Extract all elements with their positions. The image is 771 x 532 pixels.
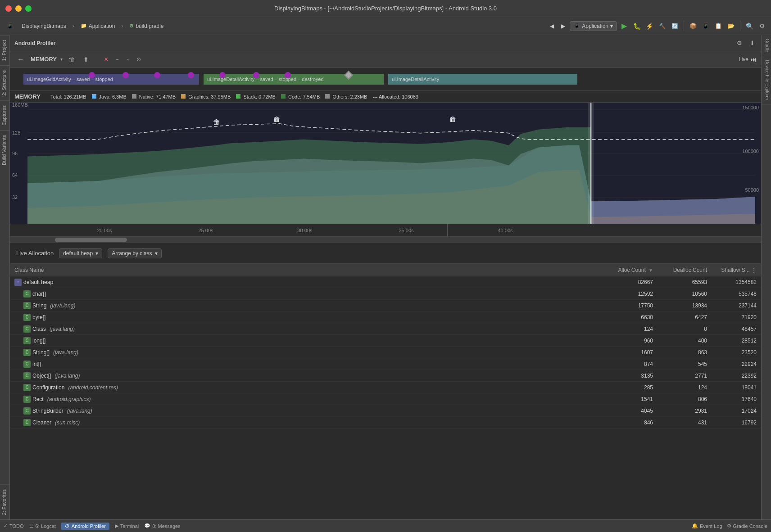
table-row[interactable]: C long[] 960 400 28512 xyxy=(10,335,761,347)
arrange-dropdown[interactable]: Arrange by class ▾ xyxy=(108,248,161,258)
allocation-table[interactable]: ≡ default heap 82667 65593 1354582 C cha… xyxy=(10,276,761,519)
col-header-dealloc[interactable]: Dealloc Count xyxy=(653,267,707,273)
debug-button[interactable]: 🐛 xyxy=(631,21,642,32)
sdk-manager[interactable]: 📦 xyxy=(688,21,698,32)
row-dealloc-count: 400 xyxy=(653,338,707,344)
right-tab-gradle[interactable]: Gradle xyxy=(762,35,771,56)
table-row[interactable]: C Configuration (android.content.res) 28… xyxy=(10,382,761,393)
nav-back[interactable]: ◀ xyxy=(547,22,557,30)
table-row[interactable]: C Object[] (java.lang) 3135 2771 22392 xyxy=(10,370,761,382)
table-header: Class Name Alloc Count ▼ Dealloc Count S… xyxy=(10,264,761,276)
heap-dropdown-arrow: ▾ xyxy=(95,250,98,257)
package-name: (java.lang) xyxy=(53,349,78,356)
table-row[interactable]: C Class (java.lang) 124 0 48457 xyxy=(10,323,761,335)
stat-code-color: Code: 7.54MB xyxy=(281,94,320,99)
sidebar-item-build-variants[interactable]: Build Variants xyxy=(0,130,9,170)
col-header-alloc[interactable]: Alloc Count ▼ xyxy=(603,267,653,273)
app-config-dropdown[interactable]: 📱 Application ▾ xyxy=(570,21,617,31)
row-class-name: C int[] xyxy=(14,361,603,368)
table-row[interactable]: C byte[] 6630 6427 71920 xyxy=(10,311,761,323)
package-name: (java.lang) xyxy=(67,408,92,414)
zoom-reset-btn[interactable]: ⊙ xyxy=(133,54,144,65)
activity-bar: ui.ImageGridActivity – saved – stopped u… xyxy=(10,68,761,91)
sidebar-item-favorites[interactable]: 2: Favorites xyxy=(0,484,9,519)
settings-btn[interactable]: ⚙ xyxy=(757,21,767,32)
run-button[interactable]: ▶ xyxy=(619,21,630,32)
back-button[interactable]: ← xyxy=(14,54,27,64)
profiler-download[interactable]: ⬇ xyxy=(748,39,757,48)
table-row[interactable]: C String[] (java.lang) 1607 863 23520 xyxy=(10,347,761,358)
table-row[interactable]: C Rect (android.graphics) 1541 806 17640 xyxy=(10,393,761,405)
class-icon: C xyxy=(23,384,31,391)
row-shallow-size: 16792 xyxy=(707,419,757,426)
delete-session-btn[interactable]: 🗑 xyxy=(66,54,77,65)
sync-button[interactable]: 🔄 xyxy=(669,21,680,32)
module-item[interactable]: 📁 Application xyxy=(78,22,118,30)
status-terminal[interactable]: ▶ Terminal xyxy=(115,523,139,529)
chart-scrollbar[interactable] xyxy=(10,237,761,243)
col-header-class[interactable]: Class Name xyxy=(14,267,603,273)
row-shallow-size: 48457 xyxy=(707,326,757,332)
svg-rect-10 xyxy=(588,103,594,224)
avd-manager[interactable]: 📱 xyxy=(700,21,711,32)
sidebar-item-project[interactable]: 1: Project xyxy=(0,35,9,65)
device-file[interactable]: 📂 xyxy=(726,21,736,32)
table-row[interactable]: ≡ default heap 82667 65593 1354582 xyxy=(10,276,761,288)
row-class-name: ≡ default heap xyxy=(14,279,603,286)
class-icon: C xyxy=(23,325,31,333)
minimize-button[interactable] xyxy=(15,5,22,12)
memory-toolbar: ← MEMORY ▾ 🗑 ⬆ × − + ⊙ Live ⏭ xyxy=(10,51,761,68)
search-btn[interactable]: 🔍 xyxy=(744,21,755,32)
arrange-dropdown-arrow: ▾ xyxy=(155,250,158,257)
time-mark-25: 25.00s xyxy=(198,228,213,233)
row-dealloc-count: 124 xyxy=(653,384,707,391)
project-name[interactable]: DisplayingBitmaps xyxy=(19,22,69,30)
row-shallow-size: 237144 xyxy=(707,302,757,309)
nav-forward[interactable]: ▶ xyxy=(558,22,568,30)
class-icon: C xyxy=(23,396,31,403)
status-bar: ✓ TODO ☰ 6: Logcat ⏱ Android Profiler ▶ … xyxy=(0,519,771,532)
sidebar-item-captures[interactable]: Captures xyxy=(0,100,9,130)
row-dealloc-count: 431 xyxy=(653,419,707,426)
sidebar-item-structure[interactable]: 2: Structure xyxy=(0,65,9,100)
svg-text:🗑: 🗑 xyxy=(449,116,457,122)
profiler-settings[interactable]: ⚙ xyxy=(735,39,744,48)
table-row[interactable]: C char[] 12592 10560 535748 xyxy=(10,288,761,300)
table-row[interactable]: C int[] 874 545 22924 xyxy=(10,358,761,370)
live-button[interactable]: Live ⏭ xyxy=(739,56,757,63)
status-logcat[interactable]: ☰ 6: Logcat xyxy=(29,523,56,529)
row-alloc-count: 82667 xyxy=(603,279,653,285)
logcat-btn[interactable]: 📋 xyxy=(713,21,724,32)
close-session-btn[interactable]: × xyxy=(104,55,108,63)
activity-segment-2: ui.ImageDetailActivity – saved – stopped… xyxy=(204,74,384,85)
scrollbar-thumb[interactable] xyxy=(55,238,127,242)
right-tab-device-file[interactable]: Device File Explorer xyxy=(762,56,771,104)
toolbar-sep-2 xyxy=(740,21,740,32)
zoom-in-btn[interactable]: + xyxy=(122,54,133,65)
status-event-log[interactable]: 🔔 Event Log xyxy=(692,523,722,529)
row-class-name: C Cleaner (sun.misc) xyxy=(14,419,603,426)
zoom-out-btn[interactable]: − xyxy=(112,54,122,65)
memory-dropdown-arrow[interactable]: ▾ xyxy=(60,57,63,62)
class-icon: C xyxy=(23,314,31,321)
table-row[interactable]: C Cleaner (sun.misc) 846 431 16792 xyxy=(10,417,761,428)
status-todo[interactable]: ✓ TODO xyxy=(4,523,24,529)
profile-button[interactable]: ⚡ xyxy=(644,21,655,32)
status-gradle-console[interactable]: ⚙ Gradle Console xyxy=(727,523,767,529)
export-session-btn[interactable]: ⬆ xyxy=(81,54,91,65)
table-row[interactable]: C StringBuilder (java.lang) 4045 2981 17… xyxy=(10,405,761,417)
memory-chart[interactable]: 160MB 128 96 64 32 150000 100000 50000 xyxy=(10,103,761,224)
gc-event-dot-4 xyxy=(188,72,194,78)
cursor-indicator xyxy=(447,224,448,236)
gc-event-dot-2 xyxy=(122,72,129,78)
build-button[interactable]: 🔨 xyxy=(657,21,667,32)
col-header-shallow[interactable]: Shallow S... ⋮ xyxy=(707,267,757,273)
maximize-button[interactable] xyxy=(25,5,32,12)
close-button[interactable] xyxy=(5,5,12,12)
heap-dropdown[interactable]: default heap ▾ xyxy=(59,248,102,258)
row-alloc-count: 285 xyxy=(603,384,653,391)
status-messages[interactable]: 💬 0: Messages xyxy=(144,523,180,529)
table-row[interactable]: C String (java.lang) 17750 13934 237144 xyxy=(10,300,761,311)
file-item[interactable]: ⚙ build.gradle xyxy=(127,22,166,30)
status-profiler[interactable]: ⏱ Android Profiler xyxy=(61,523,109,530)
